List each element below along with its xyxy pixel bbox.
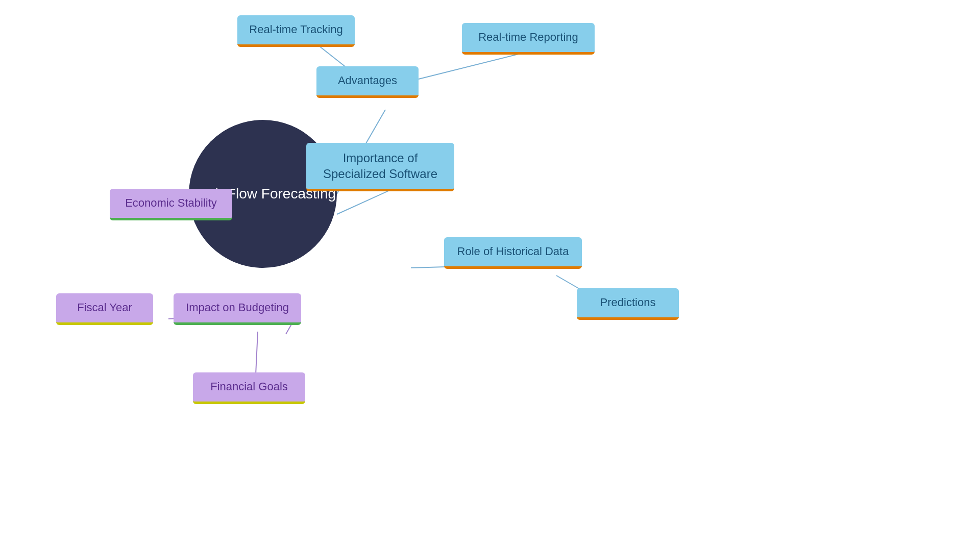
realtime-reporting-node: Real-time Reporting [462,23,595,55]
advantages-node: Advantages [316,66,419,98]
financial-goals-node: Financial Goals [193,372,305,404]
economic-stability-node: Economic Stability [110,189,232,220]
realtime-tracking-node: Real-time Tracking [237,15,355,47]
impact-budgeting-node: Impact on Budgeting [174,293,301,325]
fiscal-year-node: Fiscal Year [56,293,153,325]
predictions-node: Predictions [577,288,679,320]
svg-line-3 [337,189,393,214]
svg-line-2 [419,54,521,79]
importance-node: Importance of Specialized Software [306,143,454,191]
role-historical-node: Role of Historical Data [444,237,582,269]
